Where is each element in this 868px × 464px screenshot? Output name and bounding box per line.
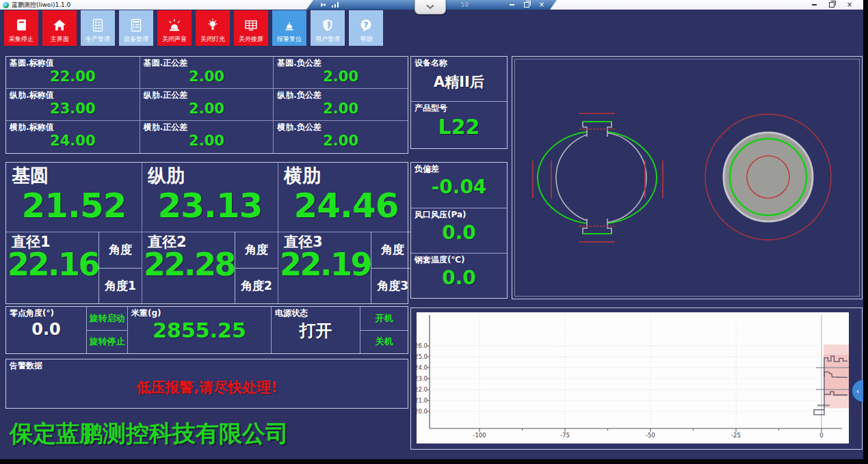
- measure-name: 横肋: [278, 163, 414, 186]
- negative-deviation-cell: 负偏差 -0.04: [411, 163, 507, 208]
- alarm-message: 低压报警,请尽快处理!: [6, 378, 408, 397]
- tolerance-params-grid: 基圆.标称值22.00 基圆.正公差2.00 基圆.负公差2.00 纵肋.标称值…: [5, 56, 408, 154]
- product-model-value: L22: [411, 115, 507, 139]
- toolbar-button-main-screen[interactable]: 主界面: [42, 10, 77, 46]
- screen-edge-right: [863, 0, 868, 464]
- param-cell: 纵肋.负公差2.00: [274, 89, 408, 121]
- svg-text:21.0: 21.0: [417, 397, 428, 404]
- profile-diagram-panel: [512, 56, 863, 299]
- zero-angle-value: 0.0: [6, 320, 86, 339]
- param-value: 23.00: [6, 100, 140, 117]
- toolbar-button-label: 帮助: [360, 35, 372, 43]
- toolbar-button-device-management[interactable]: 设备管理: [119, 10, 153, 46]
- svg-text:?: ?: [364, 21, 368, 29]
- production-form-icon: [90, 18, 105, 33]
- cross-section-diagram: [705, 114, 831, 240]
- product-model-label: 产品型号: [411, 102, 507, 113]
- toolbar-button-stop-collection[interactable]: 采集停止: [4, 10, 38, 46]
- toolbar-button-label: 主界面: [50, 35, 68, 43]
- param-label: 基圆.正公差: [140, 57, 274, 68]
- param-cell: 基圆.正公差2.00: [140, 57, 274, 89]
- zero-angle-cell: 零点角度(°) 0.0: [6, 307, 86, 353]
- rotate-buttons-cell: 旋转启动 旋转停止: [86, 307, 127, 353]
- rotate-start-button[interactable]: 旋转启动: [87, 307, 127, 331]
- svg-text:23.0: 23.0: [417, 375, 428, 382]
- diameter-value: 22.16: [6, 250, 98, 280]
- window-title: 蓝鹏测控(liwei)1.1.0: [12, 1, 70, 10]
- close-button[interactable]: ×: [845, 1, 854, 9]
- param-value: 2.00: [274, 68, 408, 85]
- param-value: 2.00: [140, 133, 274, 149]
- toolbar-button-production-management[interactable]: 生产管理: [81, 10, 115, 46]
- toolbar-button-help[interactable]: ? 帮助: [349, 10, 383, 46]
- svg-text:0: 0: [819, 432, 823, 439]
- angle-index-cell: 角度2: [235, 269, 278, 304]
- toolbar-button-label: 采集停止: [9, 35, 34, 43]
- svg-text:25.0: 25.0: [417, 353, 428, 360]
- overlay-restore-button[interactable]: [523, 1, 531, 9]
- toolbar-button-label: 关闭灯光: [200, 35, 225, 43]
- power-off-button[interactable]: 关机: [360, 331, 408, 354]
- diameter-value: 22.19: [278, 250, 371, 280]
- chevron-down-icon: [425, 4, 435, 10]
- svg-text:20.0: 20.0: [417, 408, 428, 415]
- alarm-label: 告警数据: [6, 359, 408, 371]
- param-cell: 纵肋.正公差2.00: [140, 89, 274, 121]
- device-name-value: A精II后: [411, 72, 507, 92]
- restore-button[interactable]: [828, 1, 836, 9]
- toolbar-button-lights-off[interactable]: 关闭灯光: [196, 10, 230, 46]
- measure-value: 21.52: [6, 189, 142, 223]
- pin-icon[interactable]: [320, 1, 327, 8]
- param-cell: 基圆.负公差2.00: [274, 57, 408, 89]
- param-label: 基圆.标称值: [6, 57, 140, 68]
- air-pressure-value: 0.0: [411, 221, 507, 244]
- app-logo-icon: [3, 2, 9, 8]
- power-status-cell: 电源状态 打开: [271, 307, 360, 353]
- rotate-stop-button[interactable]: 旋转停止: [87, 331, 127, 354]
- toolbar-button-label: 报警复位: [277, 35, 302, 43]
- param-value: 22.00: [6, 68, 140, 85]
- trend-chart-area: 20.021.022.023.024.025.026.0-100-75-50-2…: [417, 312, 849, 443]
- sleeve-temperature-label: 钢套温度(℃): [411, 254, 507, 265]
- power-on-button[interactable]: 开机: [360, 307, 408, 331]
- angle-cell: 角度: [371, 232, 414, 269]
- help-icon: ?: [358, 18, 373, 33]
- angle-cell: 角度: [235, 232, 278, 269]
- power-status-label: 电源状态: [272, 307, 360, 318]
- overlay-expand-tab[interactable]: [415, 0, 446, 14]
- toolbar-button-alarm-reset[interactable]: 报警复位: [272, 10, 306, 46]
- svg-text:-75: -75: [560, 432, 570, 439]
- negative-deviation-label: 负偏差: [411, 163, 507, 174]
- param-value: 24.00: [6, 133, 140, 149]
- toolbar-button-user-management[interactable]: 用户管理: [311, 10, 345, 46]
- bulb-icon: [205, 18, 220, 33]
- measure-column-cross-rib: 横肋 24.46 直径3 22.19 角度 角度3: [278, 163, 414, 303]
- overlay-minimize-button[interactable]: [508, 1, 516, 9]
- svg-text:24.0: 24.0: [417, 364, 428, 371]
- device-name-label: 设备名称: [411, 57, 507, 68]
- param-cell: 基圆.标称值22.00: [6, 57, 140, 89]
- overlay-close-button[interactable]: ×: [538, 1, 546, 9]
- param-cell: 横肋.正公差2.00: [140, 121, 274, 153]
- overlay-text-fragment-right: 50: [461, 2, 469, 8]
- toolbar-button-label: 设备管理: [124, 35, 148, 43]
- air-pressure-cell: 风口风压(Pa) 0.0: [411, 208, 507, 254]
- toolbar-button-mute-sound[interactable]: 关闭声音: [157, 10, 192, 46]
- toolbar-button-external-screen-off[interactable]: 关外接屏: [234, 10, 268, 46]
- meter-weight-value: 2855.25: [128, 318, 271, 342]
- toolbar-button-label: 生产管理: [86, 35, 110, 43]
- toolbar-button-label: 关闭声音: [162, 35, 187, 43]
- minimize-button[interactable]: [810, 1, 818, 9]
- angle-index-cell: 角度1: [99, 269, 142, 304]
- device-form-icon: [129, 18, 144, 33]
- titlebar-window-controls: ×: [810, 0, 854, 10]
- negative-deviation-value: -0.04: [411, 176, 507, 198]
- param-label: 横肋.标称值: [6, 121, 140, 133]
- param-value: 2.00: [274, 100, 408, 117]
- device-info-panel: 设备名称 A精II后 产品型号 L22: [410, 56, 508, 149]
- param-label: 纵肋.正公差: [140, 89, 274, 100]
- meter-weight-cell: 米重(g) 2855.25: [127, 307, 271, 353]
- overlay-window-controls: ×: [508, 1, 546, 9]
- trend-plot: 20.021.022.023.024.025.026.0-100-75-50-2…: [417, 312, 849, 443]
- svg-text:22.0: 22.0: [417, 386, 428, 393]
